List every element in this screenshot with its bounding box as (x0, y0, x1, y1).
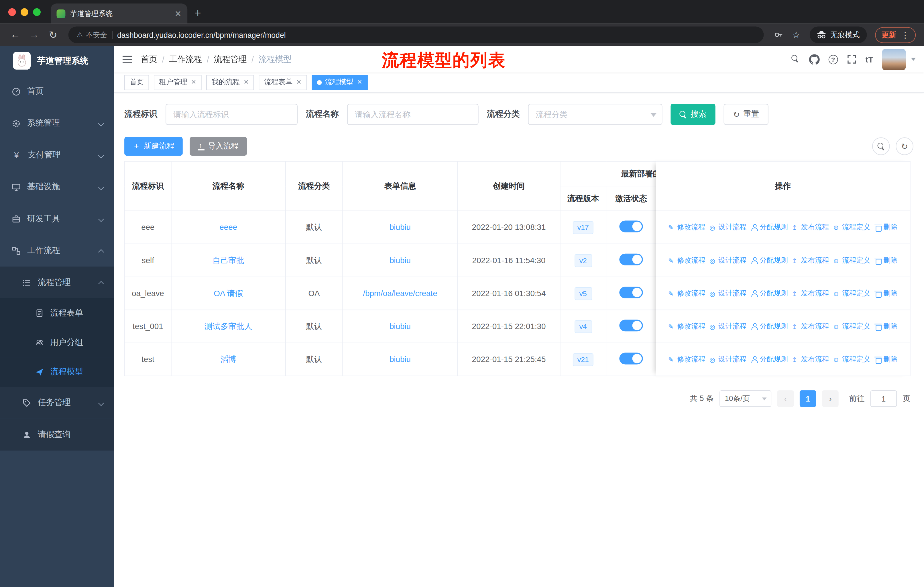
bookmark-star-icon[interactable]: ☆ (789, 30, 804, 40)
sidebar-item-devtools[interactable]: 研发工具 (0, 203, 114, 235)
publish-flow-link[interactable]: 发布流程 (792, 222, 829, 232)
tag-close-icon[interactable]: ✕ (296, 79, 302, 86)
tag-tenant[interactable]: 租户管理 ✕ (154, 74, 201, 90)
page-1-button[interactable]: 1 (800, 390, 816, 407)
address-bar[interactable]: ⚠ 不安全 dashboard.yudao.iocoder.cn/bpm/man… (68, 26, 764, 43)
tab-close-icon[interactable]: ✕ (175, 10, 182, 18)
sidebar-item-process-form[interactable]: 流程表单 (0, 298, 114, 328)
assign-rule-link[interactable]: 分配规则 (751, 288, 788, 298)
active-toggle[interactable] (619, 254, 643, 265)
header-search-icon[interactable] (791, 55, 800, 64)
delete-link[interactable]: 删除 (874, 321, 898, 331)
create-model-button[interactable]: ＋ 新建流程 (124, 137, 183, 155)
forward-button[interactable]: → (26, 29, 43, 41)
design-flow-link[interactable]: 设计流程 (710, 288, 747, 298)
sidebar-item-user-group[interactable]: 用户分组 (0, 328, 114, 357)
assign-rule-link[interactable]: 分配规则 (751, 321, 788, 331)
sidebar-item-process-mgmt[interactable]: 流程管理 (0, 266, 114, 298)
model-name-link[interactable]: eeee (219, 223, 237, 232)
model-form-link[interactable]: biubiu (389, 256, 411, 265)
flow-definition-link[interactable]: 流程定义 (833, 222, 870, 232)
edit-flow-link[interactable]: 修改流程 (668, 222, 705, 232)
prev-page-button[interactable]: ‹ (777, 390, 794, 407)
user-avatar[interactable] (882, 49, 906, 70)
delete-link[interactable]: 删除 (874, 222, 898, 232)
window-zoom-button[interactable] (33, 8, 41, 16)
model-name-link[interactable]: 测试多审批人 (205, 322, 252, 331)
active-toggle[interactable] (619, 287, 643, 298)
assign-rule-link[interactable]: 分配规则 (751, 222, 788, 232)
edit-flow-link[interactable]: 修改流程 (668, 321, 705, 331)
tag-close-icon[interactable]: ✕ (243, 79, 249, 86)
tag-close-icon[interactable]: ✕ (191, 79, 196, 86)
flow-definition-link[interactable]: 流程定义 (833, 321, 870, 331)
assign-rule-link[interactable]: 分配规则 (751, 354, 788, 364)
help-icon[interactable]: ? (828, 55, 838, 64)
edit-flow-link[interactable]: 修改流程 (668, 255, 705, 265)
tag-my-process[interactable]: 我的流程 ✕ (206, 74, 254, 90)
assign-rule-link[interactable]: 分配规则 (751, 255, 788, 265)
tag-home[interactable]: 首页 (124, 74, 149, 90)
breadcrumb-item-process-mgmt[interactable]: 流程管理 (214, 54, 247, 64)
model-name-link[interactable]: 自己审批 (213, 256, 244, 265)
design-flow-link[interactable]: 设计流程 (710, 222, 747, 232)
model-form-link[interactable]: biubiu (389, 223, 411, 232)
tag-close-icon[interactable]: ✕ (357, 79, 362, 86)
search-toggle-button[interactable] (872, 137, 890, 155)
back-button[interactable]: ← (7, 29, 24, 41)
window-close-button[interactable] (8, 8, 16, 16)
sidebar-item-task-mgmt[interactable]: 任务管理 (0, 387, 114, 419)
filter-category-select[interactable] (528, 104, 662, 125)
font-size-icon[interactable]: tT (866, 55, 873, 64)
tag-process-form[interactable]: 流程表单 ✕ (259, 74, 307, 90)
goto-page-input[interactable] (870, 390, 897, 407)
model-form-link[interactable]: biubiu (389, 355, 411, 364)
search-button[interactable]: 搜索 (670, 104, 715, 125)
edit-flow-link[interactable]: 修改流程 (668, 354, 705, 364)
flow-definition-link[interactable]: 流程定义 (833, 354, 870, 364)
fullscreen-icon[interactable] (846, 54, 857, 64)
filter-name-input[interactable] (347, 104, 478, 125)
delete-link[interactable]: 删除 (874, 288, 898, 298)
browser-menu-icon[interactable]: ⋮ (901, 30, 909, 40)
flow-definition-link[interactable]: 流程定义 (833, 288, 870, 298)
publish-flow-link[interactable]: 发布流程 (792, 354, 829, 364)
active-toggle[interactable] (619, 220, 643, 232)
security-warning[interactable]: ⚠ 不安全 (76, 30, 107, 40)
flow-definition-link[interactable]: 流程定义 (833, 255, 870, 265)
active-toggle[interactable] (619, 319, 643, 331)
update-button[interactable]: 更新 ⋮ (875, 27, 916, 43)
import-model-button[interactable]: 导入流程 (190, 137, 247, 155)
edit-flow-link[interactable]: 修改流程 (668, 288, 705, 298)
password-key-icon[interactable] (771, 30, 786, 40)
sidebar-item-process-model[interactable]: 流程模型 (0, 357, 114, 387)
new-tab-button[interactable]: + (195, 7, 201, 20)
model-name-link[interactable]: 滔博 (220, 355, 236, 364)
design-flow-link[interactable]: 设计流程 (710, 354, 747, 364)
breadcrumb-item-workflow[interactable]: 工作流程 (169, 54, 202, 64)
design-flow-link[interactable]: 设计流程 (710, 255, 747, 265)
browser-tab[interactable]: 芋道管理系统 ✕ (51, 3, 187, 23)
design-flow-link[interactable]: 设计流程 (710, 321, 747, 331)
model-form-link[interactable]: /bpm/oa/leave/create (363, 289, 437, 298)
sidebar-collapse-button[interactable] (122, 55, 133, 64)
github-icon[interactable] (809, 54, 820, 64)
reload-button[interactable]: ↻ (45, 29, 61, 41)
tag-process-model[interactable]: 流程模型 ✕ (312, 74, 368, 90)
refresh-button[interactable]: ↻ (896, 137, 913, 155)
publish-flow-link[interactable]: 发布流程 (792, 321, 829, 331)
sidebar-item-leave-query[interactable]: 请假查询 (0, 419, 114, 451)
filter-key-input[interactable] (165, 104, 298, 125)
next-page-button[interactable]: › (822, 390, 839, 407)
reset-button[interactable]: ↻ 重置 (723, 104, 769, 125)
delete-link[interactable]: 删除 (874, 354, 898, 364)
model-form-link[interactable]: biubiu (389, 322, 411, 331)
publish-flow-link[interactable]: 发布流程 (792, 255, 829, 265)
sidebar-item-home[interactable]: 首页 (0, 75, 114, 107)
breadcrumb-item-home[interactable]: 首页 (141, 54, 158, 64)
sidebar-item-workflow[interactable]: 工作流程 (0, 235, 114, 266)
publish-flow-link[interactable]: 发布流程 (792, 288, 829, 298)
sidebar-item-infrastructure[interactable]: 基础设施 (0, 171, 114, 203)
page-size-select[interactable]: 10条/页 (719, 390, 771, 407)
active-toggle[interactable] (619, 352, 643, 364)
